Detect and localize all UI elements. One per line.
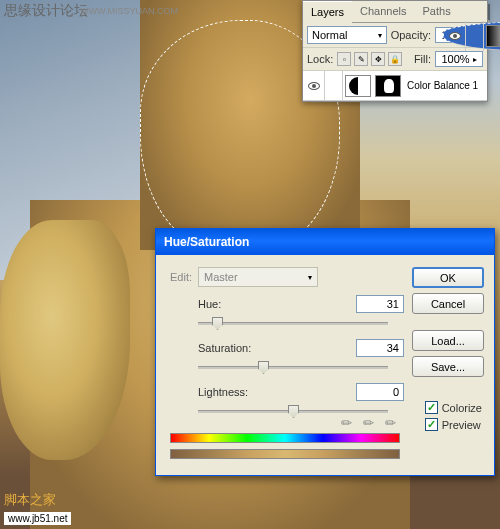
watermark-bottom-left: 脚本之家 xyxy=(4,491,56,509)
watermark-bottom-url: www.jb51.net xyxy=(4,512,71,525)
visibility-toggle[interactable] xyxy=(303,71,325,101)
lightness-input[interactable]: 0 xyxy=(356,383,404,401)
hue-label: Hue: xyxy=(198,298,278,310)
spectrum-strip xyxy=(170,433,400,443)
save-button[interactable]: Save... xyxy=(412,356,484,377)
fill-label: Fill: xyxy=(414,53,431,65)
eyedropper-subtract-icon[interactable]: ✎ xyxy=(381,412,401,432)
lock-buttons: ▫ ✎ ✥ 🔒 xyxy=(337,52,402,66)
eye-icon xyxy=(449,32,461,40)
mask-thumb-icon[interactable] xyxy=(375,75,401,97)
layer-row[interactable]: Color Balance 1 xyxy=(303,71,487,101)
hue-spectrum-bar xyxy=(170,433,484,445)
preview-checkbox[interactable]: ✓ xyxy=(425,418,438,431)
edit-label: Edit: xyxy=(170,271,192,283)
link-cell[interactable] xyxy=(325,71,343,101)
cancel-button[interactable]: Cancel xyxy=(412,293,484,314)
colorize-checkbox[interactable]: ✓ xyxy=(425,401,438,414)
eyedropper-add-icon[interactable]: ✎ xyxy=(359,412,379,432)
tab-paths[interactable]: Paths xyxy=(415,1,459,22)
opacity-label: Opacity: xyxy=(391,29,431,41)
panel-tabs: Layers Channels Paths xyxy=(303,1,487,23)
fill-value: 100% xyxy=(441,53,469,65)
slider-handle-icon[interactable] xyxy=(288,405,299,418)
saturation-input[interactable]: 34 xyxy=(356,339,404,357)
watermark-top-left-url: WWW.MISSYUAN.COM xyxy=(80,6,178,16)
lock-transparent-icon[interactable]: ▫ xyxy=(337,52,351,66)
slider-handle-icon[interactable] xyxy=(258,361,269,374)
chevron-down-icon: ▾ xyxy=(378,31,382,40)
layer-row[interactable]: Hue/Saturation 2 xyxy=(443,21,500,51)
arrow-icon: ▸ xyxy=(473,55,477,64)
lock-brush-icon[interactable]: ✎ xyxy=(354,52,368,66)
saturation-label: Saturation: xyxy=(198,342,278,354)
adjustment-thumb-icon[interactable] xyxy=(345,75,371,97)
tab-channels[interactable]: Channels xyxy=(352,1,414,22)
fill-input[interactable]: 100%▸ xyxy=(435,51,483,67)
link-cell[interactable] xyxy=(466,21,484,51)
dialog-titlebar[interactable]: Hue/Saturation xyxy=(156,229,494,255)
edit-channel-select[interactable]: Master ▾ xyxy=(198,267,318,287)
saturation-slider[interactable] xyxy=(198,361,388,375)
watermark-top-left: 思缘设计论坛 xyxy=(4,2,88,20)
tab-layers[interactable]: Layers xyxy=(303,1,352,23)
spectrum-strip xyxy=(170,449,400,459)
eyedropper-group: ✎ ✎ ✎ xyxy=(340,415,398,429)
lock-all-icon[interactable]: 🔒 xyxy=(388,52,402,66)
slider-handle-icon[interactable] xyxy=(212,317,223,330)
chevron-down-icon: ▾ xyxy=(308,273,312,282)
eyedropper-icon[interactable]: ✎ xyxy=(337,412,357,432)
lock-move-icon[interactable]: ✥ xyxy=(371,52,385,66)
ok-button[interactable]: OK xyxy=(412,267,484,288)
blend-mode-select[interactable]: Normal ▾ xyxy=(307,26,387,44)
load-button[interactable]: Load... xyxy=(412,330,484,351)
eye-icon xyxy=(308,82,320,90)
lightness-label: Lightness: xyxy=(198,386,278,398)
hue-input[interactable]: 31 xyxy=(356,295,404,313)
layer-name[interactable]: Color Balance 1 xyxy=(403,80,487,91)
colorize-label: Colorize xyxy=(442,402,482,414)
visibility-toggle[interactable] xyxy=(444,21,466,51)
hue-saturation-dialog: Hue/Saturation Edit: Master ▾ Hue: 31 Sa… xyxy=(155,228,495,476)
fish-sculpture xyxy=(0,220,130,460)
adjustment-thumb-icon[interactable] xyxy=(486,25,500,47)
result-spectrum-bar xyxy=(170,449,484,461)
preview-label: Preview xyxy=(442,419,481,431)
hue-slider[interactable] xyxy=(198,317,388,331)
layers-panel: Layers Channels Paths Normal ▾ Opacity: … xyxy=(302,0,488,102)
layer-list: Hue/Saturation 2 Color Balance 1 xyxy=(303,71,487,101)
edit-value: Master xyxy=(204,271,238,283)
blend-mode-value: Normal xyxy=(312,29,347,41)
balance-icon xyxy=(349,77,367,95)
lock-label: Lock: xyxy=(307,53,333,65)
